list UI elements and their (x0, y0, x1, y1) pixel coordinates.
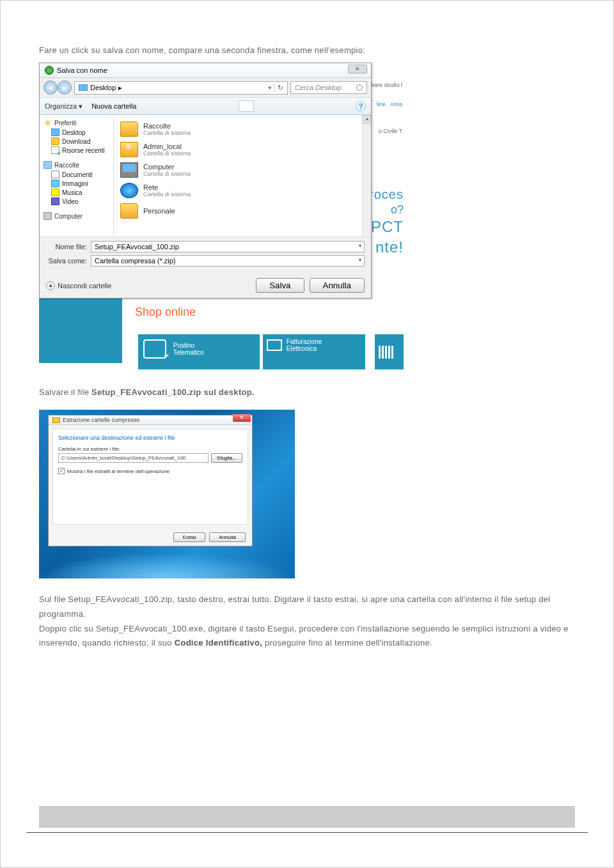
extract-heading: Selezionare una destinazione ed estrarre… (58, 435, 242, 441)
tree-item[interactable]: Desktop (40, 128, 113, 137)
computer-icon (43, 212, 52, 220)
refresh-icon[interactable]: ↻ (274, 84, 283, 92)
list-item[interactable]: ComputerCartella di sistema (114, 160, 371, 180)
folder-icon (120, 203, 138, 219)
tree-item[interactable]: Risorse recenti (40, 146, 113, 155)
cancel-button[interactable]: Annulla (209, 532, 246, 542)
scroll-up-icon[interactable]: ▴ (363, 115, 371, 124)
star-icon (43, 119, 52, 127)
file-list[interactable]: RaccolteCartella di sistema Admin_localC… (114, 115, 371, 236)
filename-input[interactable]: Setup_FEAvvocati_100.zip▾ (91, 241, 365, 252)
new-folder-button[interactable]: Nuova cartella (91, 102, 136, 110)
barcode-icon (375, 334, 404, 370)
tree-item[interactable]: Musica (40, 188, 113, 197)
close-button[interactable]: ✕ (233, 414, 251, 422)
tree-item[interactable]: Video (40, 197, 113, 206)
close-button[interactable]: ✕ (348, 65, 367, 74)
computer-icon (120, 162, 138, 178)
filetype-input[interactable]: Cartella compressa (*.zip)▾ (91, 255, 365, 267)
navigation-tree[interactable]: Preferiti Desktop Download Risorse recen… (40, 115, 114, 236)
filename-label: Nome file: (46, 243, 87, 251)
extract-button[interactable]: Estrai (173, 532, 205, 542)
path-breadcrumb[interactable]: Desktop ▸ ▾ ↻ (74, 81, 288, 95)
tree-item[interactable]: Documenti (40, 170, 113, 179)
extract-dialog: Estrazione cartelle compresse ✕ Selezion… (48, 415, 253, 546)
bg-text: PCT (371, 218, 404, 236)
mid-text: Salvare il file Setup_FEAvvocati_100.zip… (39, 387, 575, 397)
bg-text: line Area (377, 101, 402, 107)
save-button[interactable]: Salva (256, 278, 304, 293)
browse-button[interactable]: Sfoglia... (211, 453, 242, 463)
dest-path-input[interactable]: C:\Users\Admin_local\Desktop\Setup_FEAvv… (58, 453, 209, 463)
dropdown-icon[interactable]: ▾ (359, 243, 361, 249)
list-item[interactable]: ReteCartella di sistema (114, 180, 371, 201)
tree-item[interactable]: Immagini (40, 179, 113, 188)
envelope-icon (143, 339, 166, 359)
show-files-checkbox[interactable]: ✓ Mostra i file estratti al termine dell… (58, 468, 242, 474)
recent-icon (51, 146, 59, 154)
tile-barcode (375, 334, 404, 369)
music-icon (51, 189, 59, 196)
dest-label: Cartella in cui estrarre i file: (58, 446, 242, 452)
footer-bar (39, 806, 575, 828)
bg-text: tware studio l (368, 82, 402, 88)
user-folder-icon (120, 142, 138, 157)
search-input[interactable]: Cerca Desktop (290, 81, 367, 94)
folder-icon (52, 417, 60, 423)
chevron-up-icon: ▴ (46, 281, 55, 290)
screenshot-extract-dialog: Estrazione cartelle compresse ✕ Selezion… (39, 410, 295, 578)
screenshot-save-dialog: tware studio l line Area o Civile T Proc… (39, 63, 404, 369)
cancel-button[interactable]: Annulla (310, 278, 365, 293)
shop-online-heading: Shop online (135, 306, 196, 319)
bg-text: o Civile T (379, 128, 402, 134)
list-item[interactable]: RaccolteCartella di sistema (114, 119, 371, 139)
download-icon (51, 137, 59, 145)
hide-folders-toggle[interactable]: ▴ Nascondi cartelle (46, 281, 111, 290)
intro-text: Fare un click su salva con nome, compare… (39, 45, 575, 55)
video-icon (51, 198, 59, 205)
search-icon (356, 84, 363, 91)
network-icon (120, 183, 138, 198)
bg-text: o? (391, 203, 404, 217)
xml-icon (267, 339, 282, 351)
tree-item[interactable]: Download (40, 137, 113, 146)
dialog-title: Salva con nome (57, 66, 107, 74)
nav-back-button[interactable]: ◄ (43, 81, 58, 95)
scrollbar[interactable]: ▴ (362, 115, 371, 236)
bg-text: nte! (375, 238, 404, 256)
document-icon (51, 171, 59, 178)
list-item[interactable]: Admin_localCartella di sistema (114, 139, 371, 160)
library-icon (43, 161, 52, 169)
tile-postino: PostinoTelematico (138, 334, 260, 369)
organize-button[interactable]: Organizza▾ (45, 102, 83, 111)
list-item[interactable]: Personale (114, 201, 371, 221)
desktop-icon (51, 128, 59, 136)
image-icon (51, 180, 59, 187)
view-button[interactable] (239, 100, 254, 112)
saveas-label: Salva come: (46, 257, 87, 265)
dialog-titlebar[interactable]: Salva con nome ✕ (40, 63, 371, 78)
save-as-dialog: Salva con nome ✕ ◄ ► Desktop ▸ ▾ ↻ Cerca… (39, 63, 372, 298)
folder-icon (120, 121, 138, 137)
dropdown-icon[interactable]: ▾ (359, 257, 361, 263)
instructions-text: Sul file Setup_FEAvvocati_100.zip, tasto… (39, 593, 575, 651)
checkbox-icon: ✓ (58, 468, 65, 474)
nav-forward-button[interactable]: ► (58, 81, 72, 95)
desktop-icon (79, 84, 88, 91)
footer-rule (26, 832, 588, 833)
dialog-titlebar[interactable]: Estrazione cartelle compresse ✕ (49, 415, 252, 425)
tile-fatturazione: FatturazioneElettronica (263, 334, 365, 369)
globe-icon (45, 66, 54, 75)
help-button[interactable]: ? (356, 101, 366, 111)
